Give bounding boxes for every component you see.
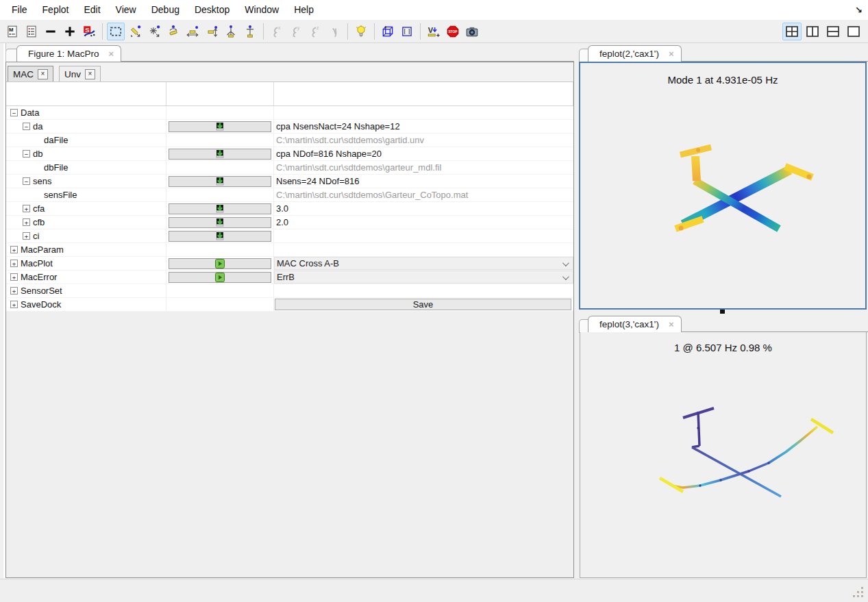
lighting-icon[interactable] <box>352 23 370 40</box>
align-horizontal-icon[interactable] <box>184 23 201 40</box>
tree-cell-value: MAC Cross A-B <box>274 257 573 270</box>
view-3d-cube-icon[interactable] <box>379 23 397 40</box>
tab-feplot3[interactable]: feplot(3,'cax1') × <box>588 316 682 332</box>
view-flat-cube-icon[interactable] <box>398 23 416 40</box>
tree-label[interactable]: ci <box>33 231 39 241</box>
expander-plus-icon[interactable]: + <box>23 205 30 212</box>
menu-help[interactable]: Help <box>286 0 321 20</box>
expander-plus-icon[interactable]: + <box>10 301 18 308</box>
tree-label[interactable]: SensorSet <box>21 286 62 296</box>
download-button[interactable] <box>169 231 271 242</box>
value-text: 2.0 <box>274 217 288 227</box>
toolbar-separator <box>374 23 375 40</box>
rotate-y-icon: y <box>287 23 305 40</box>
svg-text:x: x <box>278 25 281 31</box>
tree-cell-action <box>166 188 274 201</box>
tree-row-sens: −sensNsens=24 NDof=816 <box>6 175 573 188</box>
tab-figure1-macpro[interactable]: Figure 1: MacPro × <box>16 45 121 62</box>
left-dock-tabbar: Figure 1: MacPro × <box>0 43 574 62</box>
tree-label[interactable]: dbFile <box>44 162 68 173</box>
expander-plus-icon[interactable]: + <box>10 260 18 267</box>
tree-label[interactable]: cfb <box>33 217 45 227</box>
center-node-icon[interactable] <box>145 23 163 40</box>
svg-text:V: V <box>428 25 434 34</box>
tree-label[interactable]: Data <box>21 108 39 118</box>
select-region-icon[interactable] <box>107 23 125 40</box>
tree-cell-name: −Data <box>6 106 166 119</box>
tree-label[interactable]: daFile <box>44 135 68 145</box>
scale-deform-icon[interactable]: V <box>425 23 443 40</box>
subtab-mac[interactable]: MAC× <box>8 66 53 81</box>
tree-label[interactable]: sensFile <box>44 190 77 200</box>
expander-minus-icon[interactable]: − <box>23 150 30 158</box>
download-button[interactable] <box>169 217 271 228</box>
menu-feplot[interactable]: Feplot <box>35 0 77 20</box>
edit-properties-icon[interactable] <box>23 23 40 40</box>
deform-tool-icon[interactable] <box>222 23 240 40</box>
expander-minus-icon[interactable]: − <box>23 123 30 130</box>
close-icon[interactable]: × <box>109 49 114 59</box>
rotate-z-icon: z <box>306 23 324 40</box>
expander-plus-icon[interactable]: + <box>10 273 18 281</box>
tree-label[interactable]: MacParam <box>21 244 64 255</box>
model-properties-icon[interactable]: M <box>3 23 21 40</box>
expander-plus-icon[interactable]: + <box>10 287 18 294</box>
stop-icon[interactable]: STOP <box>444 23 462 40</box>
menubar-overflow-icon[interactable]: ↘ <box>855 0 863 20</box>
tree-label[interactable]: MacPlot <box>21 258 53 268</box>
expander-plus-icon[interactable]: + <box>10 246 18 253</box>
tree-cell-value: ErrB <box>274 271 573 284</box>
align-vertical-icon[interactable] <box>203 23 221 40</box>
layout-columns-icon[interactable] <box>803 23 822 40</box>
value-text: cpa NsensNact=24 Nshape=12 <box>274 121 400 131</box>
close-icon[interactable]: × <box>85 69 95 79</box>
menu-view[interactable]: View <box>108 0 144 20</box>
play-button[interactable] <box>169 272 271 283</box>
menu-debug[interactable]: Debug <box>144 0 187 20</box>
tree-label[interactable]: sens <box>33 176 51 186</box>
zoom-out-icon[interactable] <box>42 23 60 40</box>
expander-plus-icon[interactable]: + <box>23 218 30 226</box>
download-button[interactable] <box>169 149 271 160</box>
tree-label[interactable]: db <box>33 149 42 159</box>
tree-cell-name: +MacParam <box>6 243 166 256</box>
edit-node-icon[interactable] <box>126 23 144 40</box>
tree-label[interactable]: MacError <box>21 272 57 282</box>
tree-label[interactable]: da <box>33 121 42 131</box>
sdt-curve-icon[interactable]: S <box>80 23 98 40</box>
save-button[interactable]: Save <box>275 299 571 310</box>
layout-single-icon[interactable] <box>844 23 863 40</box>
anim-tool-icon[interactable] <box>241 23 259 40</box>
play-button[interactable] <box>169 258 271 269</box>
subtab-unv[interactable]: Unv× <box>59 66 101 81</box>
zoom-in-icon[interactable] <box>61 23 79 40</box>
tree-cell-action <box>166 147 274 160</box>
menu-edit[interactable]: Edit <box>76 0 108 20</box>
resize-grip-icon[interactable] <box>861 595 863 597</box>
menu-file[interactable]: File <box>4 0 35 20</box>
rotate-tool-icon[interactable] <box>164 23 182 40</box>
macplot-dropdown[interactable]: MAC Cross A-B <box>274 257 573 270</box>
snapshot-icon[interactable] <box>463 23 481 40</box>
menu-window[interactable]: Window <box>237 0 286 20</box>
feplot2-canvas[interactable]: Mode 1 at 4.931e-05 Hz <box>579 62 867 310</box>
layout-rows-icon[interactable] <box>823 23 843 40</box>
tab-feplot2[interactable]: feplot(2,'cax1') × <box>588 45 682 62</box>
download-button[interactable] <box>169 121 271 132</box>
download-button[interactable] <box>169 176 271 187</box>
layout-grid-icon[interactable] <box>782 23 802 40</box>
close-icon[interactable]: × <box>38 69 48 79</box>
close-icon[interactable]: × <box>669 49 674 59</box>
tree-label[interactable]: cfa <box>33 203 45 214</box>
expander-minus-icon[interactable]: − <box>23 177 30 185</box>
macerror-dropdown[interactable]: ErrB <box>274 271 573 284</box>
tab-label: feplot(2,'cax1') <box>599 49 659 59</box>
tree-label[interactable]: SaveDock <box>21 299 61 310</box>
tree-cell-name: +SensorSet <box>6 284 166 297</box>
expander-minus-icon[interactable]: − <box>10 109 18 116</box>
download-button[interactable] <box>169 203 271 214</box>
close-icon[interactable]: × <box>669 319 674 329</box>
menu-desktop[interactable]: Desktop <box>187 0 237 20</box>
expander-plus-icon[interactable]: + <box>23 232 30 240</box>
feplot3-canvas[interactable]: 1 @ 6.507 Hz 0.98 % <box>580 332 867 578</box>
